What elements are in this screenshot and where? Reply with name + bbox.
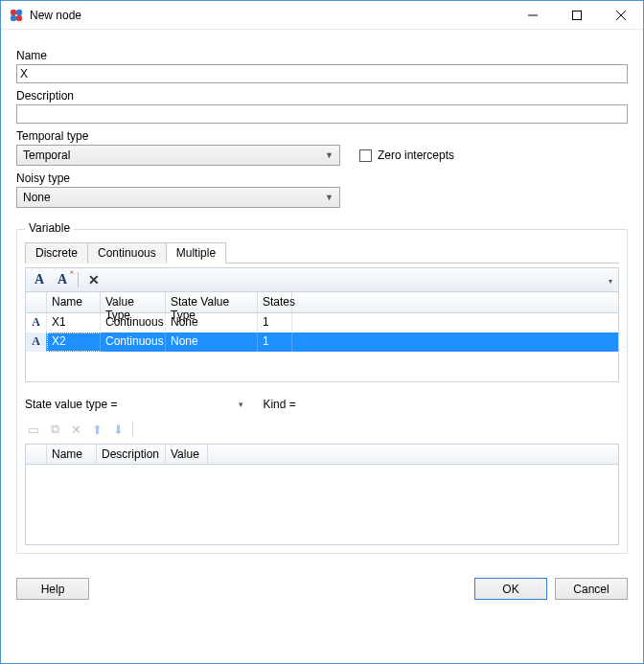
column-state-value-type[interactable]: State Value Type <box>166 292 258 312</box>
noisy-type-select[interactable]: None ▼ <box>16 187 340 208</box>
svg-point-3 <box>16 14 22 20</box>
chevron-down-icon: ▼ <box>325 193 334 202</box>
table-row[interactable]: A X1 Continuous None 1 <box>26 313 618 332</box>
toolbar-separator <box>132 422 133 437</box>
move-up-icon[interactable]: ⬆ <box>88 421 105 438</box>
variable-legend: Variable <box>25 221 74 235</box>
row-name: X2 <box>47 332 101 352</box>
tab-discrete[interactable]: Discrete <box>25 242 88 263</box>
svg-point-0 <box>11 9 16 14</box>
variable-tabs: Discrete Continuous Multiple <box>25 241 619 263</box>
description-input[interactable] <box>16 104 628 124</box>
noisy-type-label: Noisy type <box>16 172 628 185</box>
close-button[interactable] <box>599 1 643 30</box>
name-label: Name <box>16 49 628 62</box>
svg-point-1 <box>16 9 22 14</box>
titlebar: New node <box>1 1 643 30</box>
column-name[interactable]: Name <box>47 292 101 312</box>
column-states[interactable]: States <box>258 292 292 312</box>
column-value-type[interactable]: Value Type <box>101 292 166 312</box>
copy-state-icon[interactable]: ⧉ <box>46 421 63 438</box>
name-input[interactable] <box>16 64 628 83</box>
row-states: 1 <box>258 332 292 352</box>
states-grid-body[interactable] <box>25 465 619 545</box>
state-value-type-select[interactable]: ▾ <box>132 396 247 413</box>
row-state-value-type: None <box>166 332 258 352</box>
maximize-button[interactable] <box>555 1 599 30</box>
temporal-type-value: Temporal <box>23 149 70 162</box>
column-icon <box>26 292 47 312</box>
table-row[interactable]: A X2 Continuous None 1 <box>26 332 618 352</box>
row-name: X1 <box>47 313 101 332</box>
column-icon <box>26 445 47 464</box>
states-grid-header: Name Description Value <box>25 444 619 465</box>
add-variable-button[interactable]: A <box>30 270 49 289</box>
row-type-icon: A <box>26 313 47 332</box>
row-value-type: Continuous <box>101 313 166 332</box>
row-states: 1 <box>258 313 292 332</box>
variable-toolbar: A A× ✕ ▾ <box>25 267 619 292</box>
svg-point-2 <box>11 14 16 20</box>
zero-intercepts-label: Zero intercepts <box>378 149 454 162</box>
toolbar-overflow-icon[interactable]: ▾ <box>605 274 616 287</box>
app-icon <box>9 8 24 23</box>
kind-label: Kind = <box>263 398 295 411</box>
state-value-row: State value type = ▾ Kind = <box>25 396 619 413</box>
variable-grid-header: Name Value Type State Value Type States <box>25 292 619 313</box>
minimize-button[interactable] <box>511 1 555 30</box>
checkbox-box <box>359 149 372 162</box>
tab-multiple[interactable]: Multiple <box>166 242 226 263</box>
window-title: New node <box>30 9 511 22</box>
tab-continuous[interactable]: Continuous <box>87 242 167 263</box>
remove-variable-button[interactable]: A× <box>53 270 72 289</box>
delete-state-icon[interactable]: ✕ <box>67 421 84 438</box>
dialog-footer: Help OK Cancel <box>1 563 643 613</box>
column-name[interactable]: Name <box>47 445 97 464</box>
row-type-icon: A <box>26 332 47 352</box>
chevron-down-icon: ▾ <box>239 400 243 409</box>
svg-rect-5 <box>573 11 582 19</box>
variable-fieldset: Variable Discrete Continuous Multiple A … <box>16 229 628 554</box>
row-value-type: Continuous <box>101 332 166 352</box>
noisy-type-value: None <box>23 191 51 204</box>
help-button[interactable]: Help <box>16 578 89 600</box>
new-state-icon[interactable]: ▭ <box>25 421 42 438</box>
column-description[interactable]: Description <box>97 445 166 464</box>
ok-button[interactable]: OK <box>474 578 547 600</box>
state-value-type-label: State value type = <box>25 398 117 411</box>
chevron-down-icon: ▼ <box>325 150 334 160</box>
cancel-button[interactable]: Cancel <box>555 578 628 600</box>
state-toolbar: ▭ ⧉ ✕ ⬆ ⬇ <box>25 419 619 440</box>
temporal-type-label: Temporal type <box>16 129 628 143</box>
column-value[interactable]: Value <box>166 445 208 464</box>
description-label: Description <box>16 89 628 103</box>
delete-button[interactable]: ✕ <box>84 270 104 289</box>
zero-intercepts-checkbox[interactable]: Zero intercepts <box>359 149 454 162</box>
variable-grid-body: A X1 Continuous None 1 A X2 Continuous N… <box>25 313 619 382</box>
move-down-icon[interactable]: ⬇ <box>109 421 126 438</box>
temporal-type-select[interactable]: Temporal ▼ <box>16 145 340 166</box>
row-state-value-type: None <box>166 313 258 332</box>
toolbar-separator <box>78 272 79 287</box>
